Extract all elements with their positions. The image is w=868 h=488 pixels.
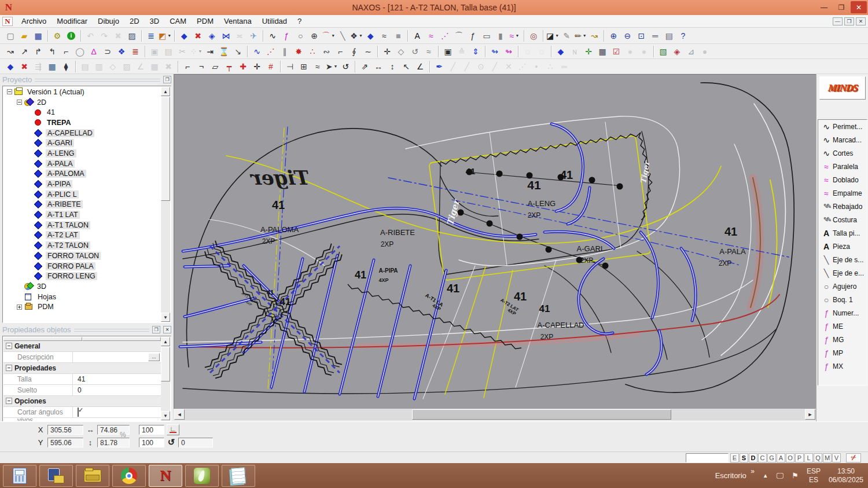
tree-item-a-t2-lat[interactable]: A-T2 LAT xyxy=(3,230,161,241)
mode-letter-p[interactable]: P xyxy=(795,453,804,463)
menu-cam[interactable]: CAM xyxy=(164,15,192,28)
angle-mode-button[interactable]: ∟ xyxy=(167,424,179,435)
measure-height-button[interactable]: ↕ xyxy=(385,60,399,73)
scroll-thumb[interactable] xyxy=(161,97,170,201)
piece-delete-button[interactable]: ✖ xyxy=(191,30,205,42)
lace-tool-button[interactable]: ↝ xyxy=(587,30,601,42)
text-tool-button[interactable]: A xyxy=(410,30,424,42)
curve-free-button[interactable]: ƒ xyxy=(279,30,293,42)
doc-close-button[interactable]: ✕ xyxy=(856,17,866,25)
circle-dot-button[interactable]: ⊙ xyxy=(474,60,488,73)
flag-icon[interactable]: ⚑ xyxy=(792,471,799,480)
node-tool-button[interactable]: ❖▼ xyxy=(350,30,363,42)
tree-item-trepa[interactable]: TREPA xyxy=(3,118,161,128)
redo-button[interactable]: ↷ xyxy=(97,30,111,42)
tree-item-hojas[interactable]: Hojas xyxy=(3,292,161,302)
close-button[interactable]: ✕ xyxy=(851,1,867,13)
function-curve-button[interactable]: ƒ xyxy=(466,30,480,42)
cross-red-button[interactable]: ✚ xyxy=(236,60,250,73)
square-slash-button[interactable]: ▨ xyxy=(120,60,134,73)
mode-letter-c[interactable]: C xyxy=(758,453,767,463)
points-path-button[interactable]: ∴ xyxy=(306,45,319,58)
menu-dibujo[interactable]: Dibujo xyxy=(93,15,124,28)
grid-columns-button[interactable]: ▥ xyxy=(92,60,106,73)
mode-letter-v[interactable]: V xyxy=(832,453,841,463)
line-type-pieza[interactable]: APieza xyxy=(818,240,867,253)
corner-tool-button[interactable]: ⌒ xyxy=(452,30,466,42)
spiral-tool-button[interactable]: ∆ xyxy=(87,45,101,58)
tree-item-a-plic-l[interactable]: A-PLIC L xyxy=(3,189,161,200)
zoom-out-button[interactable]: ⊖ xyxy=(620,30,634,42)
properties-panel-header[interactable]: Propiedades objetos ❐ ✕ xyxy=(0,324,174,335)
desktop-toolbar[interactable]: Escritorio » xyxy=(715,471,755,480)
export-table-button[interactable]: ▦ xyxy=(595,45,609,58)
pin-curve-button[interactable]: ✛ xyxy=(380,45,394,58)
drawing-canvas[interactable]: Tiger41A-PALOMA2XPA-RIBETE2XP414141Tiger… xyxy=(174,74,816,409)
minimize-button[interactable]: — xyxy=(816,1,832,13)
trapezoid-tool-button[interactable]: ▱ xyxy=(208,60,222,73)
menu--[interactable]: ? xyxy=(292,15,307,28)
dots-diag-button[interactable]: ∴ xyxy=(543,60,557,73)
arrow-wave-magenta-button[interactable]: ↬ xyxy=(502,45,516,58)
property-value[interactable] xyxy=(73,407,161,417)
document-icon[interactable]: N xyxy=(2,17,13,26)
scanner-button[interactable]: ⊿ xyxy=(684,45,698,58)
clock[interactable]: 13:5006/08/2025 xyxy=(829,467,863,485)
taskbar-app-file-manager[interactable] xyxy=(39,465,73,487)
rotate-angle-button[interactable]: ∠ xyxy=(413,60,427,73)
piece-align-button[interactable]: ≍ xyxy=(233,30,247,42)
wave-open-button[interactable]: ≈ xyxy=(422,45,436,58)
arrow-wave-blue-button[interactable]: ↬ xyxy=(488,45,502,58)
new-file-button[interactable]: ▢ xyxy=(3,30,17,42)
tree-item-a-capellad[interactable]: A-CAPELLAD xyxy=(3,128,161,138)
language-indicator[interactable]: ESPES xyxy=(807,467,821,485)
machines-gear-button[interactable]: ⚙ xyxy=(50,30,64,42)
dropdown-arrow-icon[interactable]: ▼ xyxy=(583,34,587,38)
mode-letter-o[interactable]: O xyxy=(786,453,795,463)
taskbar-app-calculator[interactable] xyxy=(3,465,36,487)
clone-piece-button[interactable]: ▣ xyxy=(441,45,455,58)
ruler-marks-button[interactable]: ┯ xyxy=(222,60,236,73)
collapse-icon[interactable] xyxy=(6,343,12,349)
hatch-tool-button[interactable]: ∥ xyxy=(278,45,292,58)
piece-mirror-button[interactable]: ⋈ xyxy=(219,30,233,42)
fill-tool-button[interactable]: ■ xyxy=(391,30,405,42)
rotate-target-button[interactable]: ◎ xyxy=(527,30,540,42)
drop-point-button[interactable]: ⧫ xyxy=(59,60,73,73)
table-cells-button[interactable]: ▦ xyxy=(148,60,161,73)
flat-curve-button[interactable]: ∼ xyxy=(361,45,375,58)
x-disabled-button[interactable]: ✖ xyxy=(161,60,175,73)
scroll-down-icon[interactable]: ▼ xyxy=(161,313,170,322)
line-type-costura[interactable]: ✎✎Costura xyxy=(818,213,867,226)
line-type-boq-1[interactable]: ○Boq. 1 xyxy=(818,293,867,306)
line-type-me[interactable]: ƒME xyxy=(818,320,867,333)
project-panel-float-button[interactable]: ❐ xyxy=(163,76,171,83)
project-tree-scrollbar[interactable]: ▲ ▼ xyxy=(161,87,170,322)
tree-item-a-gari[interactable]: A-GARI xyxy=(3,138,161,148)
taskbar-app-folder[interactable] xyxy=(76,465,109,487)
curve-button[interactable]: ∿ xyxy=(266,30,279,42)
arc-corner-1-button[interactable]: ↝ xyxy=(3,45,17,58)
color-palette-button[interactable]: ◩▼ xyxy=(158,30,172,42)
expand-icon[interactable] xyxy=(17,304,22,310)
tree-item-versi-n-1-actual-[interactable]: Versión 1 (Actual) xyxy=(3,87,161,97)
explode-tool-button[interactable]: ✸ xyxy=(292,45,306,58)
scroll-left-icon[interactable]: ◄ xyxy=(174,409,185,420)
swirl-tool-button[interactable]: ∮ xyxy=(347,45,361,58)
restore-button[interactable]: ❐ xyxy=(833,1,849,13)
line-type-cortes[interactable]: ∿Cortes xyxy=(818,146,867,160)
scroll-thumb[interactable] xyxy=(412,409,671,420)
doc-minimize-button[interactable]: — xyxy=(833,17,843,25)
x-dashed-button[interactable]: ⋰ xyxy=(516,60,529,73)
property-value[interactable]: 41 xyxy=(73,374,161,384)
line-type-mp[interactable]: ƒMP xyxy=(818,346,867,359)
menu-pdm[interactable]: PDM xyxy=(192,15,219,28)
collapse-icon[interactable] xyxy=(6,365,12,371)
rectangle-tool-button[interactable]: ▭ xyxy=(480,30,494,42)
pointer-arc-button[interactable]: ↖ xyxy=(399,60,413,73)
open-folder-button[interactable]: ▰ xyxy=(17,30,31,42)
menu-utilidad[interactable]: Utilidad xyxy=(257,15,292,28)
corner-trim-1-button[interactable]: ⌐ xyxy=(181,60,194,73)
rotation-field[interactable] xyxy=(178,438,213,447)
tree-item-forro-talon[interactable]: FORRO TALON xyxy=(3,251,161,261)
